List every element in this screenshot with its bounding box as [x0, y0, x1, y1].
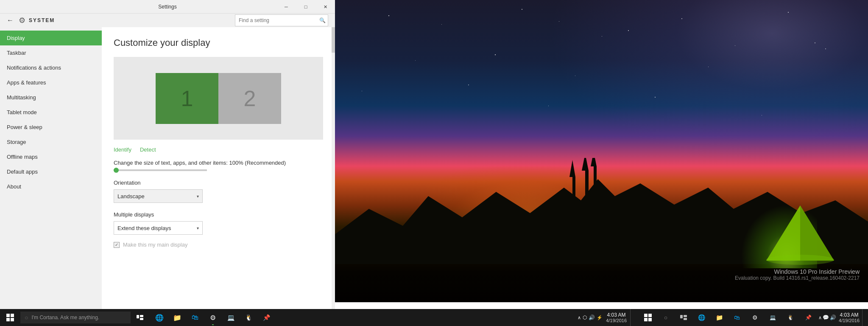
window-controls: ─ □ ✕	[276, 0, 335, 14]
taskbar-settings-icon[interactable]: ⚙	[204, 309, 221, 326]
sidebar: Display Taskbar Notifications & actions …	[0, 27, 102, 326]
back-button[interactable]: ←	[7, 17, 14, 24]
taskbar-left: ○ I'm Cortana. Ask me anything. 🌐 📁 🛍 ⚙ …	[0, 309, 276, 326]
settings-body: Display Taskbar Notifications & actions …	[0, 27, 335, 326]
desktop-background: Windows 10 Pro Insider Preview Evaluatio…	[335, 0, 868, 302]
search-button-right[interactable]: ○	[657, 309, 674, 326]
maximize-button[interactable]: □	[296, 0, 315, 14]
sidebar-item-storage[interactable]: Storage	[0, 135, 102, 149]
tray-battery-icon[interactable]: ⚡	[597, 315, 603, 320]
taskbar-extra-right[interactable]: 📌	[800, 309, 817, 326]
svg-rect-17	[648, 314, 652, 317]
svg-rect-4	[572, 177, 575, 200]
sidebar-item-apps[interactable]: Apps & features	[0, 75, 102, 90]
taskbar-store-icon[interactable]: 🛍	[187, 309, 204, 326]
monitor-2[interactable]: 2	[218, 73, 281, 124]
main-display-label: Make this my main display	[123, 242, 187, 248]
monitor-1[interactable]: 1	[156, 73, 218, 124]
title-bar: Settings ─ □ ✕	[0, 0, 335, 14]
taskview-button[interactable]	[131, 309, 148, 326]
taskbar-dev-icon[interactable]: 💻	[222, 309, 239, 326]
multiple-displays-heading: Multiple displays	[114, 211, 323, 218]
tray-right-msg[interactable]: 💬	[823, 315, 829, 320]
svg-rect-16	[644, 314, 648, 317]
display-actions: Identify Detect	[114, 146, 323, 153]
sidebar-item-taskbar[interactable]: Taskbar	[0, 45, 102, 60]
sidebar-item-offline[interactable]: Offline maps	[0, 149, 102, 164]
sidebar-item-about[interactable]: About	[0, 179, 102, 194]
scrollbar-track[interactable]	[332, 27, 335, 326]
search-input[interactable]	[235, 14, 328, 26]
taskbar-store-right[interactable]: 🛍	[728, 309, 745, 326]
watermark: Windows 10 Pro Insider Preview Evaluatio…	[735, 268, 860, 281]
svg-marker-3	[591, 158, 597, 166]
tray-right-time[interactable]: 4:03 AM 4/19/2016	[837, 312, 861, 323]
sidebar-item-multitasking[interactable]: Multitasking	[0, 90, 102, 105]
tray-network-icon[interactable]: ⬡	[583, 315, 587, 320]
sidebar-item-display[interactable]: Display	[0, 31, 102, 45]
cortana-search[interactable]: ○ I'm Cortana. Ask me anything.	[20, 312, 131, 323]
orientation-arrow: ▾	[197, 194, 199, 199]
svg-rect-0	[585, 171, 589, 196]
svg-marker-1	[582, 158, 589, 171]
start-button[interactable]	[2, 309, 19, 326]
taskbar-explorer-right[interactable]: 📁	[711, 309, 728, 326]
taskbar-settings-right[interactable]: ⚙	[746, 309, 763, 326]
svg-rect-20	[680, 315, 683, 318]
multiple-displays-arrow: ▾	[197, 226, 199, 230]
settings-header: ← ⚙ SYSTEM 🔍	[0, 14, 335, 27]
svg-rect-19	[648, 318, 652, 321]
taskbar-extra-icon[interactable]: 📌	[258, 309, 275, 326]
svg-rect-10	[11, 314, 14, 317]
time-date-display[interactable]: 4:03 AM 4/19/2016	[604, 312, 628, 323]
taskbar-ie-icon[interactable]: 🌐	[151, 309, 168, 326]
sidebar-item-tablet[interactable]: Tablet mode	[0, 105, 102, 120]
tent-svg	[766, 205, 834, 265]
main-display-row: ✓ Make this my main display	[114, 242, 323, 248]
tray-chevron[interactable]: ∧	[578, 315, 581, 320]
page-title: Customize your display	[114, 37, 323, 48]
scrollbar-thumb[interactable]	[332, 27, 335, 53]
time-display: 4:03 AM	[606, 312, 627, 318]
svg-rect-22	[684, 318, 687, 320]
close-button[interactable]: ✕	[315, 0, 335, 14]
tray-right-volume[interactable]: 🔊	[830, 315, 836, 320]
taskbar-dev-right[interactable]: 💻	[764, 309, 781, 326]
orientation-dropdown[interactable]: Landscape ▾	[114, 189, 203, 203]
sidebar-item-power[interactable]: Power & sleep	[0, 120, 102, 135]
tray-volume-icon[interactable]: 🔊	[589, 315, 595, 320]
main-display-checkbox[interactable]: ✓	[114, 242, 120, 248]
show-desktop-right[interactable]	[862, 309, 865, 326]
taskbar-right-desktop: ○ 🌐 📁 🛍 ⚙ 💻 🐧 📌 ∧ 💬 🔊 4:03 AM 4/19/2016	[636, 309, 868, 326]
brand-title: SYSTEM	[29, 17, 55, 23]
monitor-2-label: 2	[244, 86, 256, 111]
gear-icon: ⚙	[19, 16, 25, 25]
detect-button[interactable]: Detect	[140, 146, 156, 153]
sidebar-item-notifications[interactable]: Notifications & actions	[0, 60, 102, 75]
svg-rect-21	[684, 315, 687, 317]
slider-thumb[interactable]	[114, 168, 119, 173]
svg-rect-14	[140, 315, 143, 317]
tray-right-chevron[interactable]: ∧	[818, 315, 822, 320]
taskbar: ○ I'm Cortana. Ask me anything. 🌐 📁 🛍 ⚙ …	[0, 309, 868, 326]
watermark-line1: Windows 10 Pro Insider Preview	[735, 268, 860, 275]
multiple-displays-dropdown[interactable]: Extend these displays ▾	[114, 221, 203, 235]
taskbar-ubuntu-icon[interactable]: 🐧	[240, 309, 257, 326]
size-slider-track[interactable]	[114, 169, 207, 171]
taskbar-edge-right[interactable]: 🌐	[693, 309, 710, 326]
identify-button[interactable]: Identify	[114, 146, 131, 153]
taskbar-explorer-icon[interactable]: 📁	[169, 309, 186, 326]
taskview-right[interactable]	[675, 309, 692, 326]
start-button-right[interactable]	[639, 309, 656, 326]
show-desktop-button[interactable]	[630, 309, 633, 326]
minimize-button[interactable]: ─	[276, 0, 296, 14]
multiple-displays-section: Multiple displays Extend these displays …	[114, 211, 323, 235]
svg-rect-9	[6, 314, 10, 317]
svg-point-8	[766, 255, 834, 265]
checkbox-check: ✓	[115, 242, 118, 247]
svg-rect-11	[6, 318, 10, 321]
sidebar-item-default[interactable]: Default apps	[0, 164, 102, 179]
svg-rect-2	[594, 166, 597, 196]
watermark-line2: Evaluation copy. Build 14316.rs1_release…	[735, 275, 860, 281]
taskbar-ubuntu-right[interactable]: 🐧	[782, 309, 799, 326]
